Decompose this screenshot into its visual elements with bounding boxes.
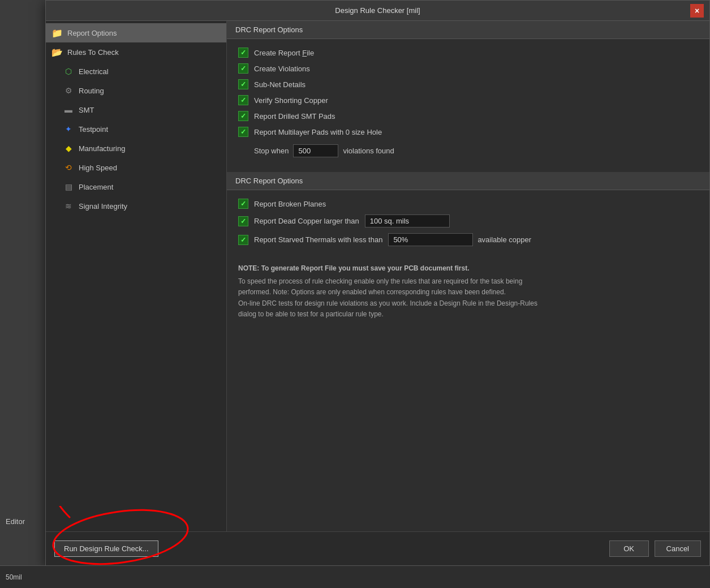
sidebar-item-smt[interactable]: ▬ SMT: [46, 100, 226, 119]
section2-options: Report Broken Planes Report Dead Copper …: [227, 190, 709, 255]
label-sub-net-details: Sub-Net Details: [254, 80, 305, 89]
sidebar-item-placement[interactable]: ▤ Placement: [46, 177, 226, 196]
sidebar-label-routing: Routing: [79, 87, 104, 95]
label-create-violations: Create Violations: [254, 65, 310, 73]
stop-when-label: Stop when: [254, 147, 289, 155]
folder-icon: 📁: [51, 27, 63, 38]
cancel-button[interactable]: Cancel: [655, 540, 701, 557]
run-design-rule-check-button[interactable]: Run Design Rule Check...: [54, 540, 158, 557]
section1-header: DRC Report Options: [227, 21, 709, 39]
stop-when-row: Stop when violations found: [238, 140, 698, 162]
checkbox-report-dead-copper[interactable]: [238, 216, 248, 226]
sidebar: 📁 Report Options 📂 Rules To Check ⬡ Elec…: [46, 21, 227, 531]
label-create-report-file: Create Report File: [254, 49, 314, 57]
option-row-create-violations: Create Violations: [238, 61, 698, 76]
editor-text: Editor: [6, 517, 25, 526]
label-report-broken-planes: Report Broken Planes: [254, 200, 326, 208]
sidebar-item-report-options[interactable]: 📁 Report Options: [46, 23, 226, 42]
close-button[interactable]: ×: [690, 4, 704, 18]
checkbox-sub-net-details[interactable]: [238, 79, 248, 89]
sidebar-label-rules-to-check: Rules To Check: [67, 48, 119, 57]
option-row-sub-net-details: Sub-Net Details: [238, 76, 698, 92]
sidebar-label-manufacturing: Manufacturing: [79, 144, 125, 153]
label-report-multilayer: Report Multilayer Pads with 0 size Hole: [254, 128, 382, 136]
option-row-report-multilayer: Report Multilayer Pads with 0 size Hole: [238, 124, 698, 140]
right-panel: DRC Report Options Create Report File Cr…: [227, 21, 709, 531]
title-bar: Design Rule Checker [mil] ×: [46, 1, 709, 21]
sidebar-item-testpoint[interactable]: ✦ Testpoint: [46, 119, 226, 139]
checkbox-create-violations[interactable]: [238, 63, 248, 74]
testpoint-icon: ✦: [63, 123, 74, 135]
label-verify-shorting: Verify Shorting Copper: [254, 96, 328, 105]
option-row-report-broken-planes: Report Broken Planes: [238, 196, 698, 212]
ok-button[interactable]: OK: [609, 540, 649, 557]
placement-icon: ▤: [63, 181, 74, 192]
editor-bottom-bar: 50mil: [0, 565, 710, 588]
sidebar-item-signal-integrity[interactable]: ≋ Signal Integrity: [46, 196, 226, 216]
violations-found-label: violations found: [343, 147, 394, 155]
note-line-3: performed. Note: Options are only enable…: [238, 287, 698, 298]
sidebar-item-manufacturing[interactable]: ◆ Manufacturing: [46, 139, 226, 158]
label-report-dead-copper: Report Dead Copper larger than: [254, 217, 359, 225]
sidebar-label-signal-integrity: Signal Integrity: [79, 202, 127, 211]
label-report-starved-thermals: Report Starved Thermals with less than: [254, 235, 382, 244]
option-row-report-drilled-smt: Report Drilled SMT Pads: [238, 108, 698, 124]
folder-rules-icon: 📂: [51, 46, 63, 58]
checkbox-create-report-file[interactable]: [238, 48, 248, 58]
routing-icon: ⚙: [63, 85, 74, 96]
sidebar-label-electrical: Electrical: [79, 67, 109, 76]
dialog-title: Design Rule Checker [mil]: [65, 6, 690, 15]
checkbox-report-broken-planes[interactable]: [238, 199, 248, 209]
sidebar-label-testpoint: Testpoint: [79, 125, 108, 134]
section1-options: Create Report File Create Violations Sub…: [227, 39, 709, 168]
manufacturing-icon: ◆: [63, 143, 74, 154]
checkbox-report-multilayer[interactable]: [238, 127, 248, 137]
sidebar-item-electrical[interactable]: ⬡ Electrical: [46, 62, 226, 81]
note-line-5: dialog to be able to test for a particul…: [238, 309, 698, 320]
note-line-4: On-line DRC tests for design rule violat…: [238, 298, 698, 309]
sidebar-label-report-options: Report Options: [67, 29, 117, 37]
checkbox-verify-shorting[interactable]: [238, 95, 248, 105]
main-content: 📁 Report Options 📂 Rules To Check ⬡ Elec…: [46, 21, 709, 531]
sidebar-label-high-speed: High Speed: [79, 164, 117, 172]
section2-header: DRC Report Options: [227, 172, 709, 190]
sidebar-label-smt: SMT: [79, 106, 94, 114]
option-row-report-starved-thermals: Report Starved Thermals with less than a…: [238, 230, 698, 249]
dead-copper-input[interactable]: [365, 214, 450, 228]
starved-thermals-input[interactable]: [388, 233, 473, 246]
checkbox-report-starved-thermals[interactable]: [238, 235, 248, 245]
option-row-verify-shorting: Verify Shorting Copper: [238, 92, 698, 108]
editor-label: Editor: [6, 517, 25, 526]
bottom-bar: Run Design Rule Check... OK Cancel: [46, 531, 709, 565]
editor-bottom-text: 50mil: [6, 573, 22, 581]
option-row-create-report-file: Create Report File: [238, 45, 698, 61]
stop-when-input[interactable]: [293, 144, 338, 157]
sidebar-item-rules-to-check[interactable]: 📂 Rules To Check: [46, 42, 226, 62]
note-line-2: To speed the process of rule checking en…: [238, 276, 698, 287]
dialog: Design Rule Checker [mil] × 📁 Report Opt…: [45, 0, 710, 566]
option-row-report-dead-copper: Report Dead Copper larger than: [238, 212, 698, 230]
run-button-label: Run Design Rule Check...: [64, 544, 149, 553]
sidebar-item-routing[interactable]: ⚙ Routing: [46, 81, 226, 100]
smt-icon: ▬: [63, 104, 74, 115]
label-report-drilled-smt: Report Drilled SMT Pads: [254, 112, 335, 121]
available-copper-label: available copper: [477, 235, 531, 244]
sidebar-item-high-speed[interactable]: ⟲ High Speed: [46, 158, 226, 177]
highspeed-icon: ⟲: [63, 162, 74, 173]
note-line-1: NOTE: To generate Report File you must s…: [238, 263, 698, 274]
electrical-icon: ⬡: [63, 66, 74, 77]
sidebar-label-placement: Placement: [79, 183, 113, 191]
checkbox-report-drilled-smt[interactable]: [238, 111, 248, 121]
signal-integrity-icon: ≋: [63, 200, 74, 212]
note-area: NOTE: To generate Report File you must s…: [227, 255, 709, 328]
